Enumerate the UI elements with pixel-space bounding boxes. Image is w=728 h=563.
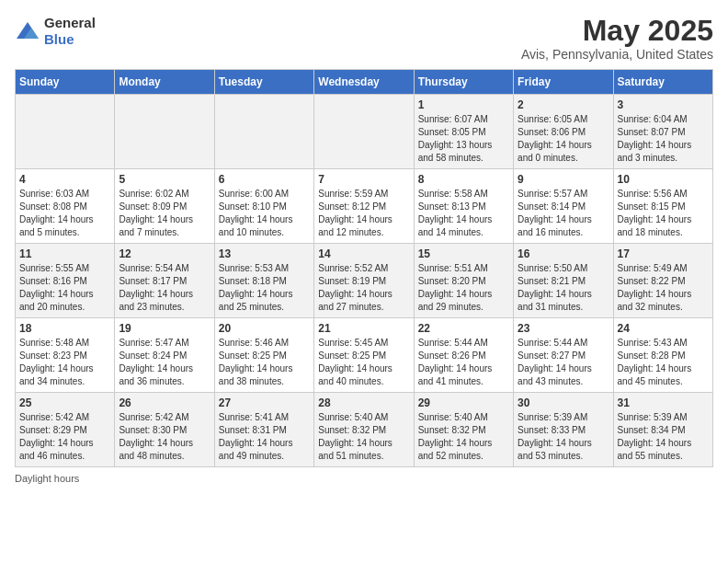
day-number: 5 xyxy=(119,173,210,186)
calendar-week-2: 4Sunrise: 6:03 AMSunset: 8:08 PMDaylight… xyxy=(16,169,713,244)
page-header: General Blue May 2025 Avis, Pennsylvania… xyxy=(15,15,713,62)
day-info: Sunrise: 5:50 AMSunset: 8:21 PMDaylight:… xyxy=(518,262,609,314)
calendar-cell: 4Sunrise: 6:03 AMSunset: 8:08 PMDaylight… xyxy=(16,169,115,244)
day-number: 28 xyxy=(318,396,409,409)
day-info: Sunrise: 6:02 AMSunset: 8:09 PMDaylight:… xyxy=(119,188,210,239)
day-number: 6 xyxy=(219,173,310,186)
calendar-cell: 29Sunrise: 5:40 AMSunset: 8:32 PMDayligh… xyxy=(414,393,513,467)
day-number: 1 xyxy=(418,98,509,111)
logo: General Blue xyxy=(15,15,96,48)
calendar-cell: 13Sunrise: 5:53 AMSunset: 8:18 PMDayligh… xyxy=(214,244,313,318)
day-info: Sunrise: 6:04 AMSunset: 8:07 PMDaylight:… xyxy=(618,113,709,165)
day-info: Sunrise: 5:54 AMSunset: 8:17 PMDaylight:… xyxy=(119,262,210,314)
calendar-cell: 30Sunrise: 5:39 AMSunset: 8:33 PMDayligh… xyxy=(514,393,613,467)
calendar-cell: 16Sunrise: 5:50 AMSunset: 8:21 PMDayligh… xyxy=(514,244,613,318)
day-info: Sunrise: 5:49 AMSunset: 8:22 PMDaylight:… xyxy=(618,262,709,314)
calendar-cell: 6Sunrise: 6:00 AMSunset: 8:10 PMDaylight… xyxy=(214,169,313,244)
day-info: Sunrise: 5:42 AMSunset: 8:30 PMDaylight:… xyxy=(119,411,210,463)
day-number: 30 xyxy=(518,396,609,409)
calendar-cell xyxy=(115,95,214,169)
calendar-cell xyxy=(16,95,115,169)
col-thursday: Thursday xyxy=(414,70,513,95)
day-info: Sunrise: 5:47 AMSunset: 8:24 PMDaylight:… xyxy=(119,337,210,388)
day-info: Sunrise: 5:46 AMSunset: 8:25 PMDaylight:… xyxy=(219,337,310,388)
col-friday: Friday xyxy=(514,70,613,95)
day-info: Sunrise: 5:51 AMSunset: 8:20 PMDaylight:… xyxy=(418,262,509,314)
day-number: 25 xyxy=(19,396,110,409)
subtitle: Avis, Pennsylvania, United States xyxy=(521,47,713,62)
calendar-cell: 31Sunrise: 5:39 AMSunset: 8:34 PMDayligh… xyxy=(613,393,712,467)
day-number: 15 xyxy=(418,247,509,260)
day-number: 22 xyxy=(418,322,509,335)
calendar-cell: 25Sunrise: 5:42 AMSunset: 8:29 PMDayligh… xyxy=(16,393,115,467)
day-info: Sunrise: 6:03 AMSunset: 8:08 PMDaylight:… xyxy=(19,188,110,239)
calendar-cell: 26Sunrise: 5:42 AMSunset: 8:30 PMDayligh… xyxy=(115,393,214,467)
day-info: Sunrise: 5:48 AMSunset: 8:23 PMDaylight:… xyxy=(19,337,110,388)
calendar-cell: 17Sunrise: 5:49 AMSunset: 8:22 PMDayligh… xyxy=(613,244,712,318)
col-tuesday: Tuesday xyxy=(214,70,313,95)
logo-blue-text: Blue xyxy=(44,31,96,48)
day-number: 19 xyxy=(119,322,210,335)
day-number: 10 xyxy=(618,173,709,186)
calendar-cell: 20Sunrise: 5:46 AMSunset: 8:25 PMDayligh… xyxy=(214,318,313,393)
calendar-cell: 27Sunrise: 5:41 AMSunset: 8:31 PMDayligh… xyxy=(214,393,313,467)
day-number: 14 xyxy=(318,247,409,260)
calendar-cell: 10Sunrise: 5:56 AMSunset: 8:15 PMDayligh… xyxy=(613,169,712,244)
day-info: Sunrise: 6:07 AMSunset: 8:05 PMDaylight:… xyxy=(418,113,509,165)
day-info: Sunrise: 5:40 AMSunset: 8:32 PMDaylight:… xyxy=(318,411,409,463)
col-monday: Monday xyxy=(115,70,214,95)
calendar-cell: 3Sunrise: 6:04 AMSunset: 8:07 PMDaylight… xyxy=(613,95,712,169)
calendar-cell: 18Sunrise: 5:48 AMSunset: 8:23 PMDayligh… xyxy=(16,318,115,393)
calendar-cell: 19Sunrise: 5:47 AMSunset: 8:24 PMDayligh… xyxy=(115,318,214,393)
title-block: May 2025 Avis, Pennsylvania, United Stat… xyxy=(521,15,713,62)
day-number: 9 xyxy=(518,173,609,186)
calendar-week-4: 18Sunrise: 5:48 AMSunset: 8:23 PMDayligh… xyxy=(16,318,713,393)
calendar-cell: 23Sunrise: 5:44 AMSunset: 8:27 PMDayligh… xyxy=(514,318,613,393)
calendar-week-1: 1Sunrise: 6:07 AMSunset: 8:05 PMDaylight… xyxy=(16,95,713,169)
day-number: 18 xyxy=(19,322,110,335)
day-info: Sunrise: 5:56 AMSunset: 8:15 PMDaylight:… xyxy=(618,188,709,239)
calendar-cell: 5Sunrise: 6:02 AMSunset: 8:09 PMDaylight… xyxy=(115,169,214,244)
logo-text: General Blue xyxy=(44,15,96,48)
day-info: Sunrise: 5:40 AMSunset: 8:32 PMDaylight:… xyxy=(418,411,509,463)
header-row: Sunday Monday Tuesday Wednesday Thursday… xyxy=(16,70,713,95)
calendar-cell: 1Sunrise: 6:07 AMSunset: 8:05 PMDaylight… xyxy=(414,95,513,169)
calendar-cell: 15Sunrise: 5:51 AMSunset: 8:20 PMDayligh… xyxy=(414,244,513,318)
calendar-cell: 14Sunrise: 5:52 AMSunset: 8:19 PMDayligh… xyxy=(314,244,414,318)
day-number: 26 xyxy=(119,396,210,409)
day-number: 29 xyxy=(418,396,509,409)
day-info: Sunrise: 5:45 AMSunset: 8:25 PMDaylight:… xyxy=(318,337,409,388)
day-info: Sunrise: 5:39 AMSunset: 8:33 PMDaylight:… xyxy=(518,411,609,463)
day-number: 31 xyxy=(618,396,709,409)
day-number: 20 xyxy=(219,322,310,335)
col-saturday: Saturday xyxy=(613,70,712,95)
calendar-cell xyxy=(214,95,313,169)
calendar-cell xyxy=(314,95,414,169)
day-number: 11 xyxy=(19,247,110,260)
day-number: 12 xyxy=(119,247,210,260)
daylight-label: Daylight hours xyxy=(15,473,79,484)
day-info: Sunrise: 5:55 AMSunset: 8:16 PMDaylight:… xyxy=(19,262,110,314)
day-info: Sunrise: 5:52 AMSunset: 8:19 PMDaylight:… xyxy=(318,262,409,314)
footer: Daylight hours xyxy=(15,473,713,484)
day-number: 13 xyxy=(219,247,310,260)
calendar-cell: 12Sunrise: 5:54 AMSunset: 8:17 PMDayligh… xyxy=(115,244,214,318)
calendar-cell: 21Sunrise: 5:45 AMSunset: 8:25 PMDayligh… xyxy=(314,318,414,393)
day-info: Sunrise: 5:41 AMSunset: 8:31 PMDaylight:… xyxy=(219,411,310,463)
logo-general-text: General xyxy=(44,15,96,31)
day-info: Sunrise: 5:53 AMSunset: 8:18 PMDaylight:… xyxy=(219,262,310,314)
calendar-table: Sunday Monday Tuesday Wednesday Thursday… xyxy=(15,69,713,467)
calendar-cell: 22Sunrise: 5:44 AMSunset: 8:26 PMDayligh… xyxy=(414,318,513,393)
day-info: Sunrise: 5:42 AMSunset: 8:29 PMDaylight:… xyxy=(19,411,110,463)
calendar-header: Sunday Monday Tuesday Wednesday Thursday… xyxy=(16,70,713,95)
day-number: 21 xyxy=(318,322,409,335)
col-sunday: Sunday xyxy=(16,70,115,95)
day-info: Sunrise: 6:00 AMSunset: 8:10 PMDaylight:… xyxy=(219,188,310,239)
logo-icon xyxy=(15,18,40,44)
calendar-cell: 8Sunrise: 5:58 AMSunset: 8:13 PMDaylight… xyxy=(414,169,513,244)
day-number: 4 xyxy=(19,173,110,186)
day-number: 17 xyxy=(618,247,709,260)
day-info: Sunrise: 5:44 AMSunset: 8:26 PMDaylight:… xyxy=(418,337,509,388)
day-number: 2 xyxy=(518,98,609,111)
calendar-cell: 11Sunrise: 5:55 AMSunset: 8:16 PMDayligh… xyxy=(16,244,115,318)
